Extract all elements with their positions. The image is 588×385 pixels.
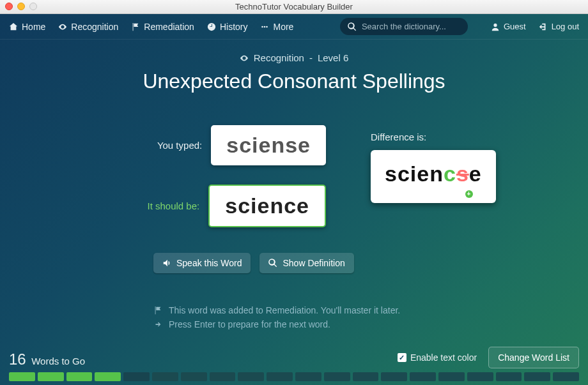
diff-added-char: c	[444, 162, 456, 186]
nav-recognition-label: Recognition	[71, 22, 118, 32]
zoom-window-icon[interactable]	[29, 3, 37, 10]
clock-icon	[207, 22, 216, 31]
flag-icon	[131, 22, 140, 31]
footer: 16 Words to Go ✓ Enable text color Chang…	[0, 347, 588, 385]
breadcrumb: Recognition - Level 6	[0, 52, 588, 63]
diff-prefix: scien	[385, 162, 444, 186]
progress-segment	[210, 372, 236, 381]
minimize-window-icon[interactable]	[17, 3, 25, 10]
progress-segment	[381, 372, 407, 381]
eye-icon	[58, 22, 67, 31]
should-be-label: It should be:	[123, 200, 199, 211]
remediation-message: This word was added to Remediation. You'…	[153, 305, 588, 315]
change-word-list-label: Change Word List	[498, 352, 569, 363]
checkbox-checked-icon: ✓	[398, 353, 406, 362]
window-title: TechnoTutor Vocabulary Builder	[0, 2, 588, 11]
svg-point-1	[264, 26, 266, 27]
nav-more-label: More	[273, 22, 293, 32]
close-window-icon[interactable]	[5, 3, 13, 10]
remediation-message-text: This word was added to Remediation. You'…	[169, 305, 400, 315]
page-title: Unexpected Consonant Spellings	[0, 70, 588, 93]
words-to-go: 16 Words to Go	[9, 351, 85, 368]
plus-icon: +	[465, 190, 473, 198]
diff-removed-char: s	[456, 162, 469, 186]
search-icon	[348, 22, 357, 31]
nav-home[interactable]: Home	[9, 22, 45, 32]
difference-label: Difference is:	[371, 132, 537, 142]
progress-segment	[152, 372, 178, 381]
progress-segment	[496, 372, 522, 381]
nav-logout[interactable]: Log out	[539, 22, 579, 31]
progress-segment	[295, 372, 321, 381]
nav-remediation[interactable]: Remediation	[131, 22, 194, 32]
change-word-list-button[interactable]: Change Word List	[488, 347, 579, 368]
nav-more[interactable]: More	[260, 22, 293, 32]
window-controls[interactable]	[5, 3, 37, 10]
user-icon	[491, 22, 500, 31]
typed-word-box: sciense	[211, 125, 326, 165]
progress-segment	[438, 372, 465, 381]
nav-logout-label: Log out	[552, 22, 579, 31]
words-count: 16	[9, 351, 26, 368]
progress-segment	[181, 372, 207, 381]
progress-segment	[123, 372, 150, 381]
search-icon	[268, 259, 277, 268]
svg-point-2	[267, 26, 268, 27]
progress-segment	[95, 372, 121, 381]
home-icon	[9, 22, 18, 31]
eye-icon	[240, 54, 249, 63]
nav-recognition[interactable]: Recognition	[58, 22, 118, 32]
top-nav: Home Recognition Remediation History Mor…	[0, 14, 588, 40]
nav-history[interactable]: History	[207, 22, 248, 32]
words-count-label: Words to Go	[31, 356, 85, 366]
progress-segment	[9, 372, 35, 381]
more-icon	[260, 22, 269, 31]
you-typed-label: You typed:	[125, 140, 202, 151]
next-word-message: Press Enter to prepare for the next word…	[153, 319, 588, 329]
progress-segment	[467, 372, 493, 381]
progress-segment	[353, 372, 379, 381]
progress-segment	[324, 372, 350, 381]
speaker-icon	[162, 259, 171, 268]
progress-segment	[238, 372, 264, 381]
mac-titlebar: TechnoTutor Vocabulary Builder	[0, 0, 588, 14]
logout-icon	[539, 22, 548, 31]
progress-segment	[267, 372, 293, 381]
nav-history-label: History	[220, 22, 248, 32]
next-word-message-text: Press Enter to prepare for the next word…	[169, 319, 330, 329]
enable-text-color-label: Enable text color	[410, 352, 477, 363]
progress-bar	[9, 372, 579, 381]
breadcrumb-level: Level 6	[318, 52, 348, 63]
progress-segment	[410, 372, 436, 381]
flag-icon	[153, 306, 162, 315]
progress-segment	[553, 372, 579, 381]
nav-guest-label: Guest	[504, 22, 526, 31]
speak-word-button[interactable]: Speak this Word	[153, 253, 251, 273]
progress-segment	[66, 372, 93, 381]
nav-remediation-label: Remediation	[144, 22, 194, 32]
nav-guest[interactable]: Guest	[491, 22, 526, 31]
speak-word-label: Speak this Word	[176, 258, 242, 268]
show-definition-button[interactable]: Show Definition	[259, 253, 353, 273]
difference-box: sciencse +	[371, 150, 496, 203]
breadcrumb-mode: Recognition	[254, 52, 304, 63]
progress-segment	[524, 372, 550, 381]
correct-word-box: science	[208, 185, 326, 227]
progress-segment	[38, 372, 64, 381]
svg-point-0	[262, 26, 264, 27]
nav-home-label: Home	[22, 22, 45, 32]
search-input[interactable]	[362, 22, 460, 31]
show-definition-label: Show Definition	[282, 258, 344, 268]
search-box[interactable]	[340, 18, 468, 35]
enable-text-color-toggle[interactable]: ✓ Enable text color	[398, 352, 477, 363]
arrow-right-icon	[153, 320, 162, 329]
diff-suffix: e	[469, 162, 482, 186]
